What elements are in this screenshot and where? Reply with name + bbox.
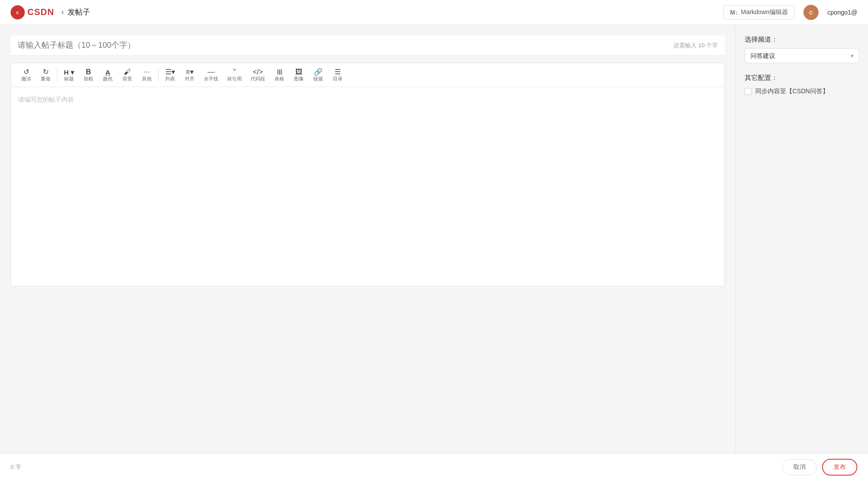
list-icon: ☰▾ bbox=[165, 69, 175, 76]
blockquote-icon: " bbox=[233, 69, 236, 76]
editor-content[interactable]: 请编写您的帖子内容 bbox=[11, 87, 724, 286]
toolbar-group-history: ↺ 撤消 ↻ 重做 bbox=[16, 66, 55, 84]
config-section-title: 其它配置： bbox=[745, 74, 859, 82]
toc-icon: ☰ bbox=[335, 69, 341, 76]
channel-select-wrapper: 问答建议 技术交流 资源分享 bbox=[745, 48, 859, 63]
bold-icon: B bbox=[86, 69, 91, 76]
svg-text:C: C bbox=[16, 10, 19, 15]
sync-label: 同步内容至【CSDN问答】 bbox=[755, 88, 829, 95]
link-label: 链接 bbox=[313, 76, 323, 81]
link-button[interactable]: 🔗 链接 bbox=[308, 66, 328, 84]
toolbar: ↺ 撤消 ↻ 重做 H ▾ 标题 B 加粗 bbox=[11, 63, 724, 87]
svg-text:C: C bbox=[809, 10, 813, 15]
heading-label: 标题 bbox=[64, 76, 74, 81]
code-icon: </> bbox=[253, 69, 263, 76]
divider-2 bbox=[158, 68, 159, 82]
undo-button[interactable]: ↺ 撤消 bbox=[16, 66, 36, 84]
header: C CSDN ‹ 发帖子 M↓ Markdown编辑器 C cpongo1@ bbox=[0, 0, 868, 25]
align-button[interactable]: ≡▾ 对齐 bbox=[180, 66, 199, 84]
editor-area: 还需输入 10 个字 ↺ 撤消 ↻ 重做 bbox=[0, 25, 735, 453]
back-arrow-icon: ‹ bbox=[61, 8, 64, 17]
link-icon: 🔗 bbox=[314, 69, 323, 76]
editor-placeholder: 请编写您的帖子内容 bbox=[18, 96, 74, 103]
sync-option: 同步内容至【CSDN问答】 bbox=[745, 88, 859, 95]
logo[interactable]: C CSDN bbox=[11, 5, 54, 19]
markdown-icon: M↓ bbox=[730, 9, 739, 16]
logo-text: CSDN bbox=[27, 7, 54, 17]
back-nav[interactable]: ‹ 发帖子 bbox=[61, 7, 90, 17]
redo-label: 重做 bbox=[41, 76, 50, 81]
image-label: 图像 bbox=[294, 76, 304, 81]
table-button[interactable]: ⊞ 表格 bbox=[270, 66, 289, 84]
blockquote-label: 块引用 bbox=[227, 76, 242, 81]
header-right: M↓ Markdown编辑器 C cpongo1@ bbox=[723, 5, 857, 20]
page-title: 发帖子 bbox=[68, 7, 90, 17]
markdown-editor-label: Markdown编辑器 bbox=[741, 8, 788, 16]
toc-label: 目录 bbox=[333, 76, 343, 81]
cancel-button[interactable]: 取消 bbox=[782, 459, 817, 475]
redo-icon: ↻ bbox=[43, 69, 49, 76]
table-icon: ⊞ bbox=[277, 69, 282, 76]
main-layout: 还需输入 10 个字 ↺ 撤消 ↻ 重做 bbox=[0, 25, 868, 453]
footer-count: 0 字 bbox=[11, 463, 21, 471]
editor-box: ↺ 撤消 ↻ 重做 H ▾ 标题 B 加粗 bbox=[11, 63, 725, 286]
undo-icon: ↺ bbox=[23, 69, 29, 76]
markdown-editor-button[interactable]: M↓ Markdown编辑器 bbox=[723, 5, 795, 19]
footer-actions: 取消 发布 bbox=[782, 459, 857, 476]
divider-1 bbox=[57, 68, 57, 82]
sync-checkbox[interactable] bbox=[745, 88, 752, 95]
channel-section-title: 选择频道： bbox=[745, 35, 859, 44]
toolbar-group-block: ☰▾ 列表 ≡▾ 对齐 — 水平线 " 块引用 bbox=[160, 66, 347, 84]
avatar[interactable]: C bbox=[803, 5, 819, 20]
horizontal-label: 水平线 bbox=[204, 76, 218, 81]
image-button[interactable]: 🖼 图像 bbox=[289, 66, 308, 84]
channel-select[interactable]: 问答建议 技术交流 资源分享 bbox=[745, 48, 859, 63]
code-button[interactable]: </> 代码段 bbox=[246, 66, 270, 84]
align-icon: ≡▾ bbox=[186, 69, 193, 76]
align-label: 对齐 bbox=[185, 76, 194, 81]
background-label: 背景 bbox=[122, 76, 132, 81]
title-counter: 还需输入 10 个字 bbox=[674, 42, 718, 50]
toc-button[interactable]: ☰ 目录 bbox=[328, 66, 347, 84]
undo-label: 撤消 bbox=[21, 76, 31, 81]
horizontal-button[interactable]: — 水平线 bbox=[199, 66, 223, 84]
more-icon: ··· bbox=[144, 69, 149, 76]
background-icon: 🖌 bbox=[124, 69, 131, 76]
list-button[interactable]: ☰▾ 列表 bbox=[160, 66, 180, 84]
heading-icon: H ▾ bbox=[64, 69, 74, 76]
title-input-row: 还需输入 10 个字 bbox=[11, 35, 725, 56]
title-input[interactable] bbox=[18, 41, 674, 50]
logo-icon: C bbox=[11, 5, 25, 19]
color-button[interactable]: A 颜色 bbox=[98, 66, 118, 84]
bold-button[interactable]: B 加粗 bbox=[79, 66, 98, 84]
submit-button[interactable]: 发布 bbox=[822, 459, 857, 476]
more-button[interactable]: ··· 其他 bbox=[137, 66, 156, 84]
footer: 0 字 取消 发布 bbox=[0, 453, 868, 480]
horizontal-icon: — bbox=[208, 69, 215, 76]
heading-button[interactable]: H ▾ 标题 bbox=[59, 66, 79, 84]
code-label: 代码段 bbox=[251, 76, 265, 81]
bold-label: 加粗 bbox=[84, 76, 93, 81]
image-icon: 🖼 bbox=[295, 69, 302, 76]
blockquote-button[interactable]: " 块引用 bbox=[223, 66, 246, 84]
color-label: 颜色 bbox=[103, 76, 113, 81]
list-label: 列表 bbox=[165, 76, 175, 81]
background-button[interactable]: 🖌 背景 bbox=[118, 66, 137, 84]
table-label: 表格 bbox=[274, 76, 284, 81]
redo-button[interactable]: ↻ 重做 bbox=[36, 66, 55, 84]
sidebar: 选择频道： 问答建议 技术交流 资源分享 其它配置： 同步内容至【CSDN问答】 bbox=[735, 25, 868, 453]
toolbar-group-format: H ▾ 标题 B 加粗 A 颜色 🖌 背景 bbox=[59, 66, 156, 84]
header-left: C CSDN ‹ 发帖子 bbox=[11, 5, 90, 19]
color-icon: A bbox=[106, 69, 110, 76]
more-label: 其他 bbox=[142, 76, 152, 81]
username[interactable]: cpongo1@ bbox=[827, 9, 857, 16]
